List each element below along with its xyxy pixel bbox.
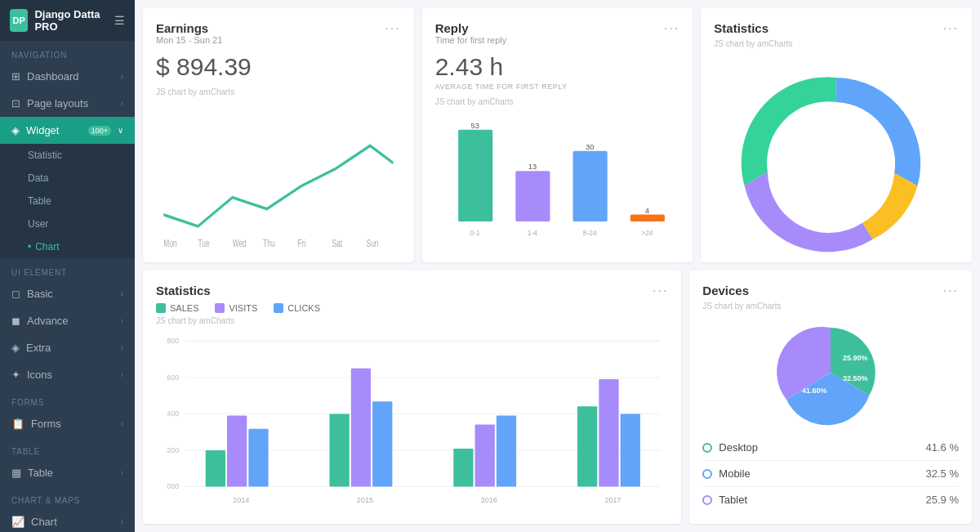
svg-text:Thu: Thu bbox=[263, 237, 275, 248]
icons-icon: ✦ bbox=[11, 369, 20, 381]
device-item-tablet: Tablet 25.9 % bbox=[702, 487, 959, 512]
devices-more-icon[interactable]: ··· bbox=[943, 284, 959, 298]
chart-icon: 📈 bbox=[11, 516, 24, 528]
svg-text:30: 30 bbox=[586, 143, 594, 151]
reply-card: Reply Time for first reply ··· 2.43 h AV… bbox=[422, 8, 693, 262]
statistics-donut-more-icon[interactable]: ··· bbox=[943, 21, 959, 36]
forms-section-label: FORMS bbox=[0, 388, 135, 410]
svg-text:Tue: Tue bbox=[198, 237, 210, 248]
layouts-icon: ⊡ bbox=[11, 97, 20, 110]
sidebar-toggle-icon[interactable]: ☰ bbox=[114, 14, 125, 27]
sidebar-sub-data[interactable]: Data bbox=[0, 167, 135, 190]
svg-text:25.90%: 25.90% bbox=[843, 354, 868, 362]
chevron-right-icon: › bbox=[121, 343, 123, 352]
chevron-right-icon: › bbox=[121, 468, 123, 477]
sidebar-item-label: Icons bbox=[27, 369, 114, 381]
earnings-subtitle: Mon 15 - Sun 21 bbox=[156, 35, 222, 45]
svg-text:200: 200 bbox=[167, 446, 179, 454]
row-1: Earnings Mon 15 - Sun 21 ··· $ 894.39 JS… bbox=[143, 8, 972, 262]
reply-more-icon[interactable]: ··· bbox=[664, 21, 679, 36]
svg-rect-10 bbox=[515, 171, 550, 221]
svg-text:2017: 2017 bbox=[604, 496, 621, 504]
svg-text:>24: >24 bbox=[641, 229, 653, 237]
advance-icon: ◼ bbox=[11, 315, 20, 327]
svg-text:32.50%: 32.50% bbox=[843, 374, 868, 382]
sidebar-item-advance[interactable]: ◼ Advance › bbox=[0, 307, 135, 334]
statistics-bar-title: Statistics bbox=[156, 284, 211, 297]
widget-submenu: Statistic Data Table User • Chart bbox=[0, 144, 135, 258]
svg-rect-44 bbox=[621, 414, 640, 486]
desktop-pct: 41.6 % bbox=[926, 441, 959, 454]
svg-text:Sat: Sat bbox=[332, 237, 342, 248]
statistics-bar-card: Statistics ··· SALES VISITS CLICKS JS ch… bbox=[143, 270, 681, 524]
svg-text:0-1: 0-1 bbox=[470, 229, 479, 237]
extra-icon: ◈ bbox=[11, 342, 20, 354]
sidebar-item-label: Page layouts bbox=[27, 97, 114, 110]
mobile-pct: 32.5 % bbox=[926, 467, 959, 480]
svg-text:Fri: Fri bbox=[297, 237, 305, 248]
sidebar-item-icons[interactable]: ✦ Icons › bbox=[0, 361, 135, 388]
sidebar-item-forms[interactable]: 📋 Forms › bbox=[0, 410, 135, 437]
sidebar-item-basic[interactable]: ◻ Basic › bbox=[0, 280, 135, 307]
legend-clicks: CLICKS bbox=[287, 303, 320, 313]
svg-rect-34 bbox=[329, 414, 349, 486]
svg-rect-32 bbox=[248, 429, 268, 487]
device-item-desktop: Desktop 41.6 % bbox=[702, 435, 959, 461]
svg-text:Sun: Sun bbox=[367, 237, 379, 248]
sidebar-item-table[interactable]: ▦ Table › bbox=[0, 459, 135, 486]
svg-rect-30 bbox=[206, 450, 225, 487]
svg-rect-35 bbox=[351, 369, 371, 487]
svg-rect-7 bbox=[458, 130, 492, 221]
tablet-label: Tablet bbox=[719, 494, 919, 506]
legend-sales: SALES bbox=[170, 303, 198, 313]
app-name: Django Datta PRO bbox=[34, 8, 108, 33]
reply-subtitle: Time for first reply bbox=[435, 35, 507, 45]
sidebar-sub-user[interactable]: User bbox=[0, 212, 135, 235]
sidebar-sub-statistic[interactable]: Statistic bbox=[0, 144, 135, 167]
chevron-right-icon: › bbox=[121, 370, 123, 379]
svg-text:2015: 2015 bbox=[357, 496, 373, 504]
devices-card: Devices ··· JS chart by amCharts 25.90% … bbox=[689, 270, 972, 524]
statistics-donut-title: Statistics bbox=[714, 21, 768, 35]
sidebar-item-widget[interactable]: ◈ Widget 100+ ∨ bbox=[0, 117, 135, 144]
reply-chart-label: JS chart by amCharts bbox=[435, 97, 680, 106]
earnings-more-icon[interactable]: ··· bbox=[385, 21, 400, 36]
sidebar-item-pagelayouts[interactable]: ⊡ Page layouts › bbox=[0, 90, 135, 117]
sidebar-item-chart[interactable]: 📈 Chart › bbox=[0, 508, 135, 532]
svg-text:2014: 2014 bbox=[233, 496, 249, 504]
svg-text:000: 000 bbox=[167, 482, 179, 490]
dashboard-icon: ⊞ bbox=[11, 70, 20, 83]
chevron-right-icon: › bbox=[121, 99, 123, 108]
main-content: Earnings Mon 15 - Sun 21 ··· $ 894.39 JS… bbox=[135, 0, 980, 532]
chevron-right-icon: › bbox=[121, 72, 123, 81]
device-item-mobile: Mobile 32.5 % bbox=[702, 461, 959, 487]
statistics-donut-chart-label: JS chart by amCharts bbox=[714, 39, 959, 48]
tablet-circle-icon bbox=[702, 495, 712, 505]
sidebar-item-dashboard[interactable]: ⊞ Dashboard › bbox=[0, 63, 135, 90]
desktop-label: Desktop bbox=[719, 441, 919, 454]
svg-text:41.60%: 41.60% bbox=[802, 387, 827, 395]
sidebar-item-label: Basic bbox=[27, 288, 114, 300]
svg-rect-31 bbox=[227, 415, 247, 486]
ui-section-label: UI ELEMENT bbox=[0, 258, 135, 280]
svg-rect-39 bbox=[475, 425, 495, 487]
earnings-chart-label: JS chart by amCharts bbox=[156, 87, 401, 96]
svg-text:4: 4 bbox=[644, 207, 648, 215]
table-section-label: TABLE bbox=[0, 437, 135, 459]
svg-text:53: 53 bbox=[470, 122, 479, 130]
badge: 100+ bbox=[88, 126, 111, 136]
sidebar-sub-chart[interactable]: • Chart bbox=[0, 235, 135, 258]
statistics-bar-more-icon[interactable]: ··· bbox=[653, 284, 668, 298]
svg-text:2016: 2016 bbox=[481, 496, 497, 504]
sidebar-logo[interactable]: DP Django Datta PRO ☰ bbox=[0, 0, 135, 41]
mobile-label: Mobile bbox=[719, 467, 919, 480]
svg-text:Wed: Wed bbox=[233, 237, 247, 248]
reply-avg-label: AVERAGE TIME FOR FIRST REPLY bbox=[435, 83, 680, 91]
svg-text:1-4: 1-4 bbox=[528, 229, 537, 237]
sidebar-sub-table[interactable]: Table bbox=[0, 190, 135, 212]
svg-text:13: 13 bbox=[528, 163, 536, 171]
device-list: Desktop 41.6 % Mobile 32.5 % Tablet 25.9… bbox=[702, 435, 959, 512]
legend-visits: VISITS bbox=[229, 303, 257, 313]
desktop-circle-icon bbox=[702, 443, 712, 453]
sidebar-item-extra[interactable]: ◈ Extra › bbox=[0, 334, 135, 361]
